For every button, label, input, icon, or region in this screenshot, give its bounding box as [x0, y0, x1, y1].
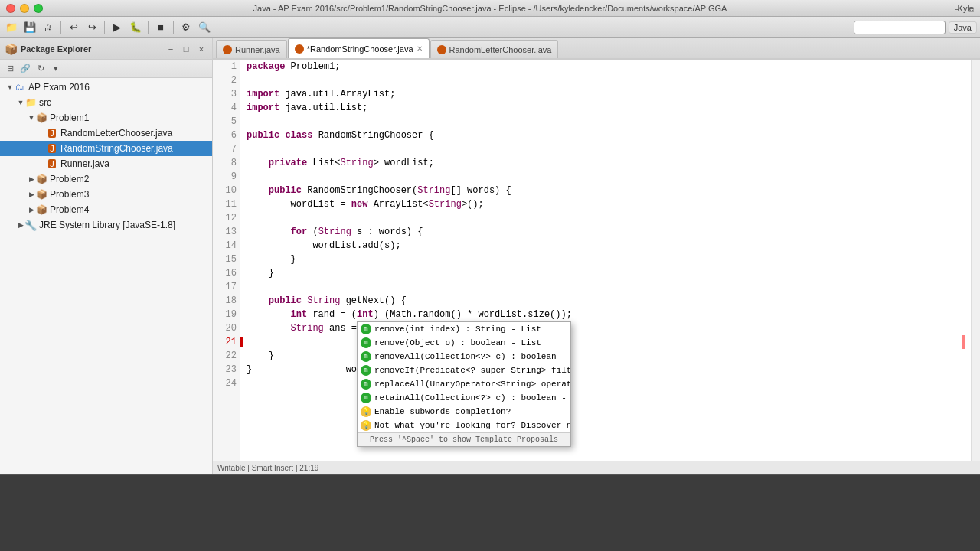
right-margin-error — [962, 335, 965, 349]
icon-ap2016: 🗂 — [14, 81, 26, 93]
minimize-button[interactable] — [20, 4, 29, 13]
code-line-13: for (String s : words) { — [247, 225, 965, 239]
editor-tabs: − □ Runner.java *RandomStringChooser.jav… — [213, 38, 980, 60]
code-line-17 — [247, 280, 965, 294]
ac-footer-text: Press '^Space' to show Template Proposal… — [370, 433, 558, 447]
tree-item-randstring[interactable]: J RandomStringChooser.java — [0, 141, 212, 156]
code-line-18: public String getNext() { — [247, 294, 965, 308]
icon-problem1: 📦 — [35, 112, 47, 124]
arrow-problem3 — [28, 191, 35, 198]
tab-java-icon-randletter — [437, 45, 446, 54]
pkg-sync-btn[interactable]: ↻ — [34, 62, 47, 76]
pkg-collapse-btn[interactable]: ⊟ — [3, 62, 17, 76]
pkg-header-minimize[interactable]: − — [165, 43, 177, 55]
code-editor[interactable]: package Problem1; import java.util.Array… — [240, 60, 971, 461]
ac-icon-discover: 💡 — [361, 420, 371, 431]
toolbar-btn-6[interactable]: 🔍 — [196, 19, 213, 36]
tree-item-runner[interactable]: J Runner.java — [0, 156, 212, 171]
ac-icon-enable-subwords: 💡 — [361, 406, 371, 417]
ac-item-retainAll[interactable]: m retainAll(Collection<?> c) : boolean -… — [358, 391, 570, 405]
ac-item-removeAll[interactable]: m removeAll(Collection<?> c) : boolean -… — [358, 350, 570, 364]
icon-problem2: 📦 — [35, 173, 47, 185]
linenum-7: 7 — [216, 142, 237, 156]
status-text: Writable | Smart Insert | 21:19 — [217, 464, 318, 472]
icon-runner: J — [46, 158, 58, 170]
ac-icon-remove-obj: m — [361, 337, 371, 348]
toolbar-btn-2[interactable]: 💾 — [21, 19, 38, 36]
label-problem1: Problem1 — [50, 112, 89, 123]
tree-item-problem2[interactable]: 📦 Problem2 — [0, 171, 212, 187]
code-line-8: private List<String> wordList; — [247, 156, 965, 170]
java-perspective-badge[interactable]: Java — [949, 21, 977, 34]
tab-randletter[interactable]: RandomLetterChooser.java — [430, 40, 559, 58]
toolbar-btn-4[interactable]: ↩ — [65, 19, 82, 36]
toolbar-btn-5[interactable]: ↪ — [83, 19, 100, 36]
editor-panel: − □ Runner.java *RandomStringChooser.jav… — [213, 38, 980, 474]
tree-item-src[interactable]: 📁 src — [0, 95, 212, 110]
tree-item-problem3[interactable]: 📦 Problem3 — [0, 187, 212, 202]
icon-jre: 🔧 — [24, 219, 37, 231]
pkg-menu-btn[interactable]: ▾ — [49, 62, 63, 76]
toolbar-btn-stop[interactable]: ■ — [152, 19, 169, 36]
autocomplete-popup: m remove(int index) : String - List m re… — [357, 321, 571, 447]
close-button[interactable] — [6, 4, 15, 13]
label-problem2: Problem2 — [50, 174, 89, 184]
arrow-ap2016 — [6, 83, 14, 91]
linenum-12: 12 — [216, 211, 237, 225]
arrow-randstring — [38, 145, 46, 152]
ac-item-enable-subwords[interactable]: 💡 Enable subwords completion? — [358, 405, 570, 419]
tab-close-randstring[interactable]: ✕ — [416, 44, 423, 53]
code-line-15: } — [247, 253, 965, 266]
label-problem4: Problem4 — [50, 204, 89, 215]
toolbar-right: Java — [851, 21, 977, 34]
linenum-14: 14 — [216, 239, 237, 253]
toolbar-btn-1[interactable]: 📁 — [3, 19, 20, 36]
code-line-21: ✕ wordList.r — [247, 335, 965, 349]
pkg-header-close[interactable]: × — [195, 43, 207, 55]
arrow-src — [17, 99, 24, 106]
ac-item-remove-int[interactable]: m remove(int index) : String - List — [358, 322, 570, 336]
toolbar-btn-5b[interactable]: ⚙ — [178, 19, 194, 36]
linenum-13: 13 — [216, 225, 237, 239]
linenum-18: 18 — [216, 294, 237, 308]
package-explorer-tree: 🗂 AP Exam 2016 📁 src 📦 Problem1 — [0, 78, 212, 474]
tree-item-jre[interactable]: 🔧 JRE System Library [JavaSE-1.8] — [0, 217, 212, 233]
linenum-20: 20 — [216, 321, 237, 335]
label-randletter: RandomLetterChooser.java — [60, 128, 172, 139]
tree-item-ap2016[interactable]: 🗂 AP Exam 2016 — [0, 80, 212, 95]
label-problem3: Problem3 — [50, 189, 89, 200]
tab-randstring[interactable]: *RandomStringChooser.java ✕ — [288, 38, 430, 58]
tree-item-problem1[interactable]: 📦 Problem1 — [0, 110, 212, 126]
ac-text-remove-int: remove(int index) : String - List — [374, 322, 541, 336]
toolbar-btn-3[interactable]: 🖨 — [40, 19, 57, 36]
ac-item-remove-obj[interactable]: m remove(Object o) : boolean - List — [358, 336, 570, 350]
linenum-5: 5 — [216, 115, 237, 129]
tree-item-problem4[interactable]: 📦 Problem4 — [0, 202, 212, 217]
pkg-header-maximize[interactable]: □ — [180, 43, 192, 55]
linenum-16: 16 — [216, 266, 237, 280]
tree-item-randletter[interactable]: J RandomLetterChooser.java — [0, 126, 212, 141]
editor-scrollbar[interactable] — [971, 60, 980, 461]
label-ap2016: AP Exam 2016 — [28, 82, 90, 93]
package-explorer-header: 📦 Package Explorer − □ × — [0, 38, 212, 60]
maximize-button[interactable] — [34, 4, 43, 13]
pkg-link-btn[interactable]: 🔗 — [18, 62, 32, 76]
linenum-6: 6 — [216, 129, 237, 142]
ac-item-discover[interactable]: 💡 Not what you're looking for? Discover … — [358, 419, 570, 432]
arrow-runner — [38, 160, 46, 168]
toolbar-sep-2 — [104, 21, 105, 34]
code-line-14: wordList.add(s); — [247, 239, 965, 253]
ac-text-discover: Not what you're looking for? Discover ne… — [374, 419, 570, 432]
package-explorer-title: Package Explorer — [21, 44, 162, 54]
toolbar-btn-run[interactable]: ▶ — [109, 19, 126, 36]
icon-src: 📁 — [24, 96, 37, 109]
titlebar-buttons — [6, 4, 43, 13]
ac-item-removeIf[interactable]: m removeIf(Predicate<? super String> fil… — [358, 364, 570, 377]
toolbar-search[interactable] — [854, 21, 946, 34]
editor-content[interactable]: 1 2 3 4 5 6 7 8 9 10 11 12 13 14 15 16 1… — [213, 60, 980, 461]
ac-item-replaceAll[interactable]: m replaceAll(UnaryOperator<String> opera… — [358, 377, 570, 391]
toolbar-btn-debug[interactable]: 🐛 — [127, 19, 144, 36]
tab-runner[interactable]: Runner.java — [216, 40, 287, 58]
main-toolbar: 📁 💾 🖨 ↩ ↪ ▶ 🐛 ■ ⚙ 🔍 Java — [0, 17, 980, 38]
ac-icon-removeAll: m — [361, 351, 371, 362]
